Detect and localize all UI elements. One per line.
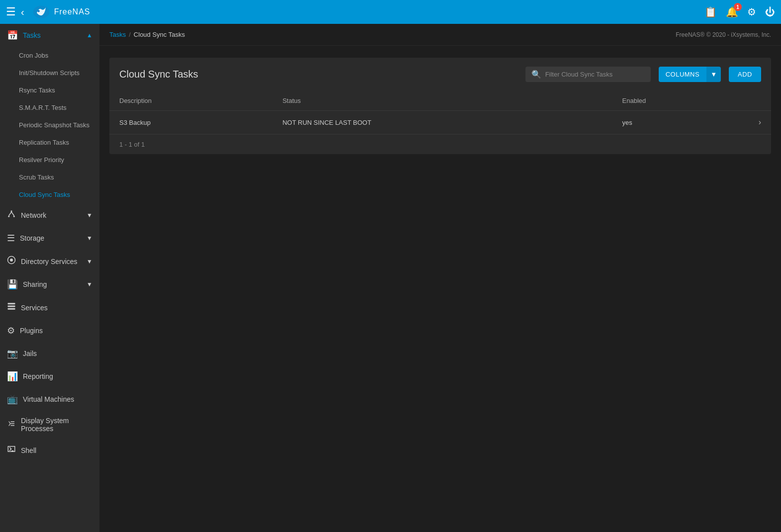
- search-icon: 🔍: [531, 70, 541, 79]
- topbar-actions: 📋 🔔 1 ⚙ ⏻: [704, 6, 775, 18]
- col-header-status: Status: [272, 91, 612, 111]
- svg-rect-9: [8, 303, 15, 304]
- sidebar-item-plugins[interactable]: ⚙ Plugins: [0, 319, 99, 342]
- sidebar-item-services[interactable]: Services: [0, 296, 99, 319]
- row-expand-icon: ›: [759, 118, 761, 126]
- sidebar: 📅 Tasks ▲ Cron Jobs Init/Shutdown Script…: [0, 24, 99, 532]
- svg-line-5: [9, 212, 11, 216]
- breadcrumb-separator: /: [129, 31, 131, 38]
- cell-arrow: ›: [749, 111, 771, 134]
- sidebar-item-network[interactable]: Network ▼: [0, 203, 99, 227]
- sidebar-storage-label: Storage: [20, 234, 82, 242]
- sidebar-vms-label: Virtual Machines: [23, 395, 92, 403]
- settings-icon[interactable]: ⚙: [747, 6, 756, 18]
- search-box: 🔍: [525, 67, 651, 82]
- sidebar-item-jails[interactable]: 📷 Jails: [0, 342, 99, 365]
- sidebar-shell-label: Shell: [21, 446, 92, 454]
- search-input[interactable]: [545, 71, 645, 78]
- services-icon: [7, 302, 16, 313]
- tasks-icon: 📅: [7, 30, 18, 41]
- storage-icon: ☰: [7, 233, 15, 244]
- sidebar-item-tasks[interactable]: 📅 Tasks ▲: [0, 24, 99, 47]
- svg-point-8: [10, 259, 13, 262]
- sidebar-item-directory-services[interactable]: Directory Services ▼: [0, 250, 99, 273]
- svg-point-3: [8, 216, 9, 217]
- page-title: Cloud Sync Tasks: [119, 69, 518, 80]
- svg-rect-11: [8, 308, 15, 310]
- sidebar-item-reporting[interactable]: 📊 Reporting: [0, 365, 99, 388]
- card-header: Cloud Sync Tasks 🔍 COLUMNS ▼ ADD: [109, 58, 771, 91]
- network-arrow-icon: ▼: [87, 212, 92, 219]
- sharing-arrow-icon: ▼: [87, 281, 92, 288]
- sidebar-item-virtual-machines[interactable]: 📺 Virtual Machines: [0, 388, 99, 411]
- freenas-logo-icon: [32, 3, 50, 21]
- plugins-icon: ⚙: [7, 325, 15, 336]
- shell-icon: [7, 444, 16, 456]
- directory-arrow-icon: ▼: [87, 258, 92, 265]
- sidebar-item-storage[interactable]: ☰ Storage ▼: [0, 227, 99, 250]
- sidebar-jails-label: Jails: [23, 350, 92, 357]
- svg-point-4: [13, 216, 15, 217]
- svg-rect-10: [8, 306, 15, 307]
- sidebar-directory-label: Directory Services: [21, 258, 82, 266]
- jails-icon: 📷: [7, 348, 18, 359]
- sidebar-sub-rsync[interactable]: Rsync Tasks: [0, 82, 99, 99]
- columns-dropdown-arrow[interactable]: ▼: [706, 67, 721, 82]
- main-layout: 📅 Tasks ▲ Cron Jobs Init/Shutdown Script…: [0, 24, 781, 532]
- sidebar-sub-scrub[interactable]: Scrub Tasks: [0, 169, 99, 186]
- svg-point-1: [37, 10, 40, 12]
- logo: FreeNAS: [32, 3, 704, 21]
- sidebar-item-display-system-processes[interactable]: Display System Processes: [0, 411, 99, 439]
- sidebar-item-sharing[interactable]: 💾 Sharing ▼: [0, 273, 99, 296]
- topbar: ☰ ‹ FreeNAS 📋 🔔 1 ⚙ ⏻: [0, 0, 781, 24]
- storage-arrow-icon: ▼: [87, 235, 92, 242]
- sharing-icon: 💾: [7, 279, 18, 290]
- columns-button[interactable]: COLUMNS: [659, 67, 707, 82]
- notifications-icon[interactable]: 🔔 1: [726, 6, 738, 18]
- breadcrumb-parent[interactable]: Tasks: [109, 31, 126, 38]
- table-row[interactable]: S3 Backup NOT RUN SINCE LAST BOOT yes ›: [109, 111, 771, 134]
- sidebar-services-label: Services: [21, 304, 92, 312]
- display-processes-icon: [7, 419, 16, 431]
- columns-button-group: COLUMNS ▼: [659, 67, 721, 82]
- content-area: Tasks / Cloud Sync Tasks FreeNAS® © 2020…: [99, 24, 781, 532]
- sidebar-sub-resilver[interactable]: Resilver Priority: [0, 151, 99, 169]
- breadcrumb-current: Cloud Sync Tasks: [134, 31, 185, 38]
- table-pagination: 1 - 1 of 1: [109, 134, 771, 154]
- col-header-enabled: Enabled: [612, 91, 749, 111]
- power-icon[interactable]: ⏻: [765, 6, 775, 18]
- sidebar-tasks-label: Tasks: [23, 31, 82, 39]
- svg-line-6: [11, 212, 14, 216]
- sidebar-sub-cloud-sync[interactable]: Cloud Sync Tasks: [0, 186, 99, 203]
- sidebar-sub-cron-jobs[interactable]: Cron Jobs: [0, 47, 99, 64]
- logo-text: FreeNAS: [54, 7, 90, 16]
- chevron-left-icon[interactable]: ‹: [21, 6, 24, 18]
- add-button[interactable]: ADD: [729, 67, 761, 82]
- sidebar-sub-smart[interactable]: S.M.A.R.T. Tests: [0, 99, 99, 116]
- cell-description: S3 Backup: [109, 111, 272, 134]
- reporting-icon: 📊: [7, 371, 18, 382]
- network-icon: [7, 209, 16, 221]
- breadcrumb: Tasks / Cloud Sync Tasks: [109, 31, 185, 38]
- sidebar-sub-init-shutdown[interactable]: Init/Shutdown Scripts: [0, 64, 99, 82]
- sidebar-plugins-label: Plugins: [20, 327, 92, 335]
- directory-services-icon: [7, 256, 16, 267]
- cloud-sync-table: Description Status Enabled S3 Backup NOT…: [109, 91, 771, 134]
- hamburger-icon[interactable]: ☰: [6, 5, 16, 18]
- virtual-machines-icon: 📺: [7, 394, 18, 405]
- table-header-row: Description Status Enabled: [109, 91, 771, 111]
- svg-point-2: [11, 210, 12, 212]
- sidebar-sub-periodic-snapshot[interactable]: Periodic Snapshot Tasks: [0, 116, 99, 134]
- cell-enabled: yes: [612, 111, 749, 134]
- page-content: Cloud Sync Tasks 🔍 COLUMNS ▼ ADD: [99, 46, 781, 166]
- sidebar-sub-replication[interactable]: Replication Tasks: [0, 134, 99, 151]
- sidebar-item-shell[interactable]: Shell: [0, 439, 99, 462]
- clipboard-icon[interactable]: 📋: [704, 6, 717, 18]
- col-header-actions: [749, 91, 771, 111]
- tasks-sub-menu: Cron Jobs Init/Shutdown Scripts Rsync Ta…: [0, 47, 99, 203]
- cloud-sync-tasks-card: Cloud Sync Tasks 🔍 COLUMNS ▼ ADD: [109, 58, 771, 154]
- sidebar-network-label: Network: [21, 211, 82, 219]
- sidebar-display-processes-label: Display System Processes: [21, 417, 92, 433]
- breadcrumb-bar: Tasks / Cloud Sync Tasks FreeNAS® © 2020…: [99, 24, 781, 46]
- sidebar-sharing-label: Sharing: [23, 280, 82, 288]
